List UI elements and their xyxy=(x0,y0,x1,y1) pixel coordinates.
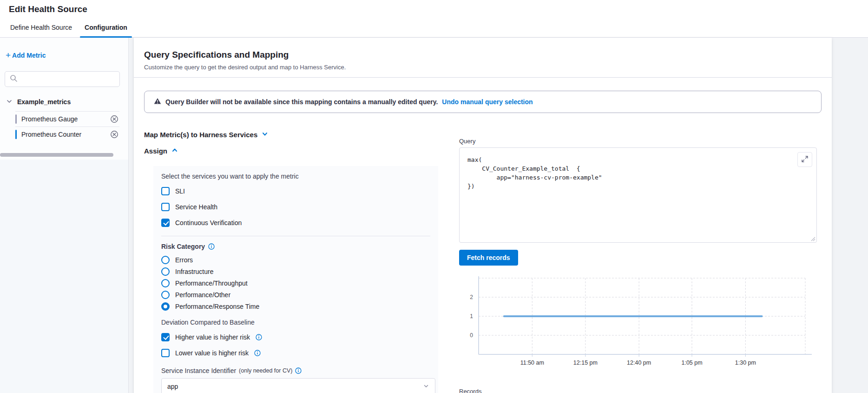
sli-label: SLI xyxy=(175,187,185,195)
chevron-up-icon xyxy=(171,147,178,155)
risk-category-text: Risk Category xyxy=(161,243,205,250)
main-area: Query Specifications and Mapping Customi… xyxy=(129,38,868,393)
svg-text:0: 0 xyxy=(470,332,473,339)
performance-throughput-radio[interactable] xyxy=(161,279,170,287)
info-icon[interactable] xyxy=(295,367,302,374)
assign-panel: Select the services you want to apply th… xyxy=(153,166,438,393)
card-body: Query Builder will not be available sinc… xyxy=(134,91,832,393)
metric-item-prometheus-counter[interactable]: Prometheus Counter xyxy=(15,127,119,142)
card-subtitle: Customize the query to get the desired o… xyxy=(144,64,821,71)
services-select-label: Select the services you want to apply th… xyxy=(161,173,438,180)
metric-list: Prometheus Gauge Prometheus Counter xyxy=(15,111,119,142)
query-specifications-card: Query Specifications and Mapping Customi… xyxy=(134,38,832,393)
query-label: Query xyxy=(459,138,818,145)
metric-item-prometheus-gauge[interactable]: Prometheus Gauge xyxy=(15,111,119,127)
chevron-down-icon xyxy=(7,98,12,106)
performance-other-radio[interactable] xyxy=(161,291,170,299)
metric-group-name: Example_metrics xyxy=(17,98,71,106)
risk-option-performance-throughput: Performance/Throughput xyxy=(161,279,438,288)
expand-icon xyxy=(801,155,809,164)
assign-header-label: Assign xyxy=(144,147,167,155)
svg-text:11:50 am: 11:50 am xyxy=(520,360,544,366)
info-icon[interactable] xyxy=(254,350,261,356)
higher-risk-label: Higher value is higher risk xyxy=(175,333,250,341)
continuous-verification-checkbox[interactable] xyxy=(161,219,170,227)
tab-bar: Define Health Source Configuration xyxy=(0,20,868,38)
metric-accent-bar xyxy=(15,114,17,124)
metric-item-label: Prometheus Gauge xyxy=(21,115,105,123)
query-builder-warning-banner: Query Builder will not be available sinc… xyxy=(144,91,822,113)
errors-radio[interactable] xyxy=(161,256,170,264)
content-layout: + Add Metric Example_metrics xyxy=(0,38,868,393)
performance-response-time-label: Performance/Response Time xyxy=(175,303,259,310)
tab-configuration[interactable]: Configuration xyxy=(83,24,129,37)
service-option-sli: SLI xyxy=(161,187,438,196)
higher-risk-checkbox[interactable] xyxy=(161,333,170,341)
risk-option-performance-other: Performance/Other xyxy=(161,290,438,300)
svg-text:1:30 pm: 1:30 pm xyxy=(735,360,756,366)
expand-query-button[interactable] xyxy=(797,152,812,167)
lower-risk-checkbox[interactable] xyxy=(161,349,170,357)
metric-search-input[interactable] xyxy=(21,75,115,83)
info-icon[interactable] xyxy=(208,243,215,250)
service-option-continuous-verification: Continuous Verification xyxy=(161,218,438,227)
card-title: Query Specifications and Mapping xyxy=(144,50,821,60)
metric-group-header[interactable]: Example_metrics xyxy=(0,96,128,107)
metric-tree: Example_metrics Prometheus Gauge Prometh… xyxy=(0,96,128,142)
continuous-verification-label: Continuous Verification xyxy=(175,219,242,226)
lower-risk-label: Lower value is higher risk xyxy=(175,349,249,357)
sidebar-horizontal-scrollbar[interactable] xyxy=(0,153,113,157)
card-header: Query Specifications and Mapping Customi… xyxy=(134,38,832,71)
records-label: Records xyxy=(459,388,818,393)
fetch-records-button[interactable]: Fetch records xyxy=(459,250,518,266)
info-icon[interactable] xyxy=(256,334,262,340)
metric-accent-bar xyxy=(15,130,17,139)
query-code[interactable]: max( CV_Counter_Example_total { app="har… xyxy=(460,148,816,191)
chart-container: 21011:50 am12:15 pm12:40 pm1:05 pm1:30 p… xyxy=(459,274,818,371)
risk-option-infrastructure: Infrastructure xyxy=(161,267,438,276)
metric-search-box[interactable] xyxy=(5,71,120,87)
sii-text: Service Instance Identifier xyxy=(161,367,236,374)
metrics-sidebar-content: + Add Metric Example_metrics xyxy=(0,38,128,160)
remove-metric-icon[interactable] xyxy=(110,130,118,139)
map-metrics-header-label: Map Metric(s) to Harness Services xyxy=(144,131,257,139)
service-health-checkbox[interactable] xyxy=(161,203,170,211)
warning-icon xyxy=(154,98,161,106)
svg-text:2: 2 xyxy=(470,294,473,300)
deviation-option-higher: Higher value is higher risk xyxy=(161,333,438,342)
sidebar-filler xyxy=(0,160,128,393)
svg-text:12:40 pm: 12:40 pm xyxy=(627,360,651,366)
sii-note: (only needed for CV) xyxy=(239,367,292,374)
remove-metric-icon[interactable] xyxy=(110,115,118,123)
plus-icon: + xyxy=(6,52,11,59)
performance-response-time-radio[interactable] xyxy=(161,302,170,311)
resize-handle[interactable] xyxy=(810,236,815,241)
infrastructure-radio[interactable] xyxy=(161,267,170,276)
infrastructure-label: Infrastructure xyxy=(175,268,213,275)
risk-option-performance-response-time: Performance/Response Time xyxy=(161,302,438,311)
tab-define-health-source[interactable]: Define Health Source xyxy=(9,24,73,37)
card-divider xyxy=(134,77,832,78)
search-icon xyxy=(10,74,18,84)
chevron-down-icon xyxy=(423,383,429,391)
panel-divider xyxy=(161,236,430,236)
page-title: Edit Health Source xyxy=(9,4,868,14)
deviation-label: Deviation Compared to Baseline xyxy=(161,319,438,326)
service-option-service-health: Service Health xyxy=(161,202,438,212)
undo-manual-query-link[interactable]: Undo manual query selection xyxy=(442,98,533,106)
chevron-down-icon xyxy=(262,131,268,139)
warning-message: Query Builder will not be available sinc… xyxy=(165,98,438,106)
service-instance-dropdown[interactable]: app xyxy=(161,378,435,393)
query-editor[interactable]: max( CV_Counter_Example_total { app="har… xyxy=(459,147,817,243)
performance-other-label: Performance/Other xyxy=(175,291,230,299)
sli-checkbox[interactable] xyxy=(161,187,170,195)
errors-label: Errors xyxy=(175,256,193,264)
add-metric-button[interactable]: + Add Metric xyxy=(6,52,46,59)
svg-text:1:05 pm: 1:05 pm xyxy=(681,360,702,366)
risk-option-errors: Errors xyxy=(161,255,438,265)
page-header: Edit Health Source xyxy=(0,0,868,20)
performance-throughput-label: Performance/Throughput xyxy=(175,280,248,287)
risk-category-label: Risk Category xyxy=(161,243,438,250)
add-metric-label: Add Metric xyxy=(12,52,46,59)
service-health-label: Service Health xyxy=(175,203,217,211)
